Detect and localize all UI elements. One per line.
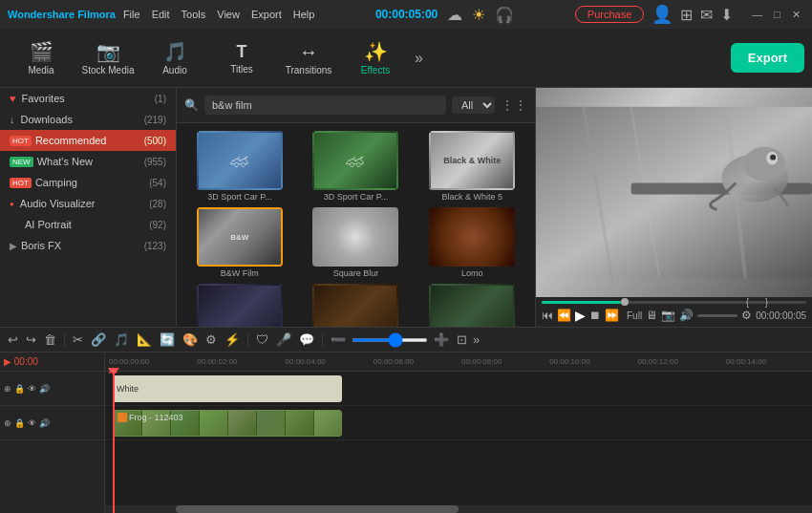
- mic-icon[interactable]: 🎤: [274, 332, 293, 347]
- preview-play[interactable]: ▶: [575, 308, 586, 323]
- export-button[interactable]: Export: [731, 43, 804, 73]
- spd-icon[interactable]: ⚡: [223, 332, 242, 347]
- toolbar-media[interactable]: 🎬 Media: [8, 36, 75, 79]
- effect-bwfilm[interactable]: B&W B&W Film: [184, 207, 295, 278]
- track2-vol-icon[interactable]: 🔊: [39, 418, 50, 428]
- toolbar-stock[interactable]: 📷 Stock Media: [75, 36, 141, 79]
- split-icon[interactable]: ⚙: [203, 332, 219, 347]
- grid-view-icon[interactable]: ⋮⋮: [501, 97, 527, 113]
- screenshot-icon[interactable]: 📷: [661, 309, 675, 322]
- menu-edit[interactable]: Edit: [152, 9, 170, 20]
- panel-whats-new[interactable]: NEW What's New (955): [0, 151, 176, 172]
- close-button[interactable]: ✕: [788, 9, 804, 21]
- purchase-button[interactable]: Purchase: [575, 6, 644, 23]
- maximize-button[interactable]: □: [770, 9, 784, 21]
- effect-dark1[interactable]: [184, 284, 295, 327]
- track1-vol-icon[interactable]: 🔊: [39, 384, 50, 394]
- fit-icon[interactable]: ⊡: [455, 332, 469, 347]
- progress-thumb[interactable]: [621, 298, 629, 306]
- track2-hide-icon[interactable]: 👁: [28, 418, 36, 428]
- effect-bw5[interactable]: Black & White Black & White 5: [417, 131, 527, 202]
- mail-icon[interactable]: ✉: [700, 6, 713, 24]
- toolbar-titles[interactable]: T Titles: [208, 38, 275, 78]
- search-input[interactable]: [204, 96, 446, 115]
- preview-stop[interactable]: ⏹: [589, 309, 601, 322]
- layout-icon[interactable]: ⊞: [680, 6, 693, 24]
- fullscreen-label[interactable]: Full: [627, 310, 642, 321]
- panel-ai-portrait[interactable]: AI Portrait (92): [0, 214, 176, 235]
- undo-icon[interactable]: ↩: [6, 332, 20, 347]
- download-icon[interactable]: ⬇: [720, 6, 733, 24]
- effect-dark2[interactable]: [301, 284, 412, 327]
- monitor-icon[interactable]: 🖥: [646, 309, 657, 322]
- panel-audio-viz[interactable]: ● Audio Visualizer (28): [0, 193, 176, 214]
- settings-icon[interactable]: ⚙: [741, 309, 752, 322]
- toolbar-effects[interactable]: ✨ Effects: [342, 36, 409, 79]
- panel-downloads[interactable]: ↓ Downloads (219): [0, 109, 176, 130]
- toolbar-transitions[interactable]: ↔ Transitions: [275, 37, 342, 79]
- panel-boris-fx[interactable]: ▶ Boris FX (123): [0, 235, 176, 256]
- track2-add-icon[interactable]: ⊕: [4, 418, 11, 428]
- link-icon[interactable]: 🔗: [89, 332, 108, 347]
- timeline-left-controls: ▶ 00:00 ⊕ 🔒 👁 🔊 ⊕ 🔒 👁 🔊: [0, 353, 105, 513]
- track1-hide-icon[interactable]: 👁: [28, 384, 36, 394]
- effect-blur[interactable]: Square Blur: [301, 207, 412, 278]
- stabilize-icon[interactable]: 🛡: [254, 332, 270, 347]
- track1-add-icon[interactable]: ⊕: [4, 384, 11, 394]
- menu-export[interactable]: Export: [251, 9, 282, 20]
- plus-icon[interactable]: ➕: [432, 332, 451, 347]
- hot-badge: HOT: [10, 136, 32, 146]
- rotate-icon[interactable]: 🔄: [158, 332, 177, 347]
- captions-icon[interactable]: 💬: [297, 332, 316, 347]
- playhead[interactable]: ✂: [113, 372, 115, 513]
- panel-favorites[interactable]: ♥ Favorites (1): [0, 88, 176, 109]
- effect-dark3[interactable]: [417, 284, 527, 327]
- timeline: ↩ ↪ 🗑 ✂ 🔗 🎵 📐 🔄 🎨 ⚙ ⚡ 🛡 🎤 💬 ➖ ➕ ⊡ » ▶ 00…: [0, 327, 812, 513]
- tl-more-button[interactable]: »: [473, 332, 480, 347]
- ruler-time-5: 00:00:10:00: [549, 357, 589, 366]
- effect-lomo[interactable]: Lomo: [417, 207, 527, 278]
- cut-icon[interactable]: ✂: [71, 332, 85, 347]
- preview-forward[interactable]: ⏩: [605, 309, 619, 322]
- user-icon[interactable]: 👤: [652, 4, 673, 25]
- minimize-button[interactable]: —: [748, 9, 766, 21]
- white-clip[interactable]: White: [113, 375, 342, 402]
- minus-icon[interactable]: ➖: [329, 332, 348, 347]
- effect-sport1[interactable]: 🏎 3D Sport Car P...: [184, 131, 295, 202]
- zoom-slider[interactable]: [352, 338, 428, 342]
- h-scrollbar-thumb[interactable]: [176, 505, 459, 513]
- heart-icon: ♥: [10, 93, 16, 104]
- volume-icon[interactable]: 🔊: [679, 309, 694, 322]
- track1-lock-icon[interactable]: 🔒: [14, 384, 25, 394]
- sun-icon[interactable]: ☀: [472, 6, 485, 24]
- menu-tools[interactable]: Tools: [182, 9, 206, 20]
- effects-panel: 🔍 All ⋮⋮ 🏎 3D Sport Car P... 🏎 3D Sport …: [177, 88, 535, 327]
- menu-help[interactable]: Help: [293, 9, 315, 20]
- redo-icon[interactable]: ↪: [24, 332, 38, 347]
- new-badge: NEW: [10, 157, 33, 167]
- preview-skip-back[interactable]: ⏮: [542, 309, 553, 322]
- effect-bwfilm-label: B&W Film: [221, 268, 259, 278]
- h-scrollbar[interactable]: [105, 505, 812, 513]
- track2-lock-icon[interactable]: 🔒: [14, 418, 25, 428]
- main-content: ♥ Favorites (1) ↓ Downloads (219) HOT Re…: [0, 88, 812, 327]
- cloud-icon[interactable]: ☁: [447, 6, 462, 24]
- toolbar-audio[interactable]: 🎵 Audio: [141, 36, 208, 79]
- effect-sport2[interactable]: 🏎 3D Sport Car P...: [301, 131, 412, 202]
- headphone-icon[interactable]: 🎧: [495, 6, 514, 24]
- preview-rewind[interactable]: ⏪: [557, 309, 571, 322]
- frog-clip[interactable]: Frog - 112403: [113, 410, 342, 437]
- toolbar-more-button[interactable]: »: [409, 50, 429, 67]
- menu-file[interactable]: File: [123, 9, 140, 20]
- volume-slider[interactable]: [697, 314, 737, 317]
- camping-hot-badge: HOT: [10, 178, 32, 188]
- preview-progress-bar[interactable]: { }: [542, 301, 806, 304]
- color-icon[interactable]: 🎨: [181, 332, 200, 347]
- filter-select[interactable]: All: [452, 96, 495, 114]
- panel-camping[interactable]: HOT Camping (54): [0, 172, 176, 193]
- menu-view[interactable]: View: [217, 9, 240, 20]
- delete-icon[interactable]: 🗑: [42, 332, 58, 347]
- audio-tl-icon[interactable]: 🎵: [112, 332, 131, 347]
- panel-recommended[interactable]: HOT Recommended (500): [0, 130, 176, 151]
- crop-icon[interactable]: 📐: [135, 332, 154, 347]
